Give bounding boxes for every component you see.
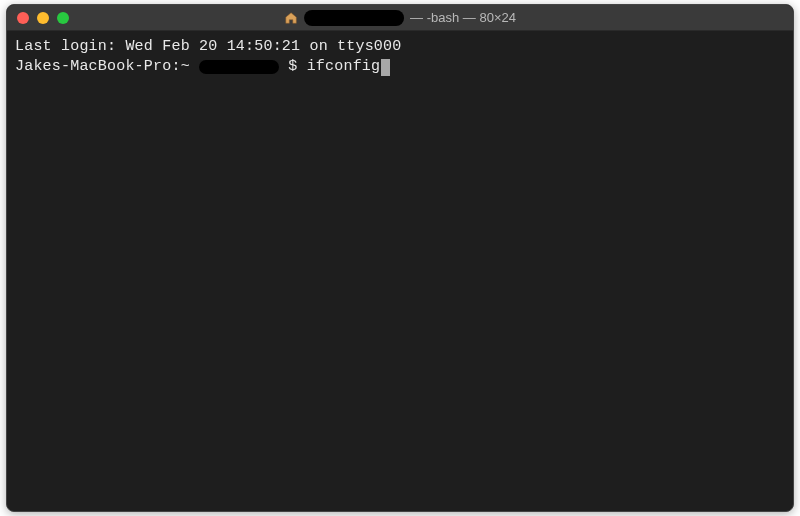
prompt-host: Jakes-MacBook-Pro:~ — [15, 57, 190, 77]
minimize-icon[interactable] — [37, 12, 49, 24]
redacted-title-segment — [304, 10, 404, 26]
maximize-icon[interactable] — [57, 12, 69, 24]
terminal-body[interactable]: Last login: Wed Feb 20 14:50:21 on ttys0… — [7, 31, 793, 84]
title-suffix: — -bash — 80×24 — [410, 10, 516, 25]
window-title: — -bash — 80×24 — [284, 10, 516, 26]
last-login-line: Last login: Wed Feb 20 14:50:21 on ttys0… — [15, 37, 785, 57]
redacted-prompt-segment — [199, 60, 279, 74]
typed-command: ifconfig — [307, 57, 381, 77]
close-icon[interactable] — [17, 12, 29, 24]
terminal-window: — -bash — 80×24 Last login: Wed Feb 20 1… — [6, 4, 794, 512]
prompt-line: Jakes-MacBook-Pro:~ $ ifconfig — [15, 57, 785, 77]
titlebar[interactable]: — -bash — 80×24 — [7, 5, 793, 31]
home-icon — [284, 11, 298, 25]
traffic-lights — [17, 12, 69, 24]
prompt-symbol: $ — [288, 57, 297, 77]
cursor-icon — [381, 59, 390, 76]
